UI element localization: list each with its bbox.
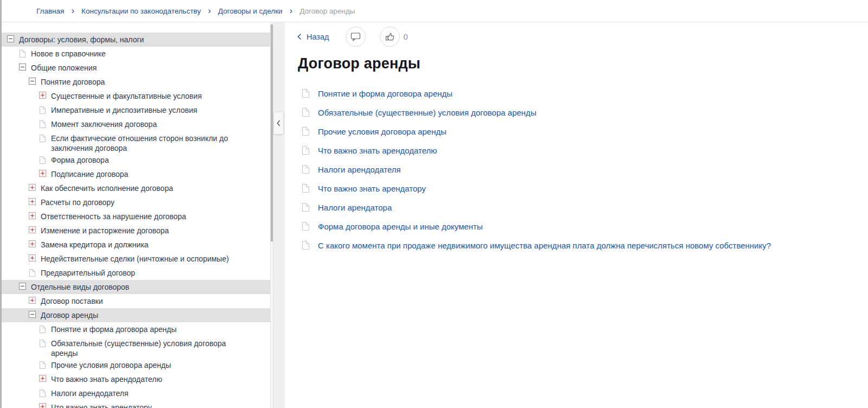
- expand-plus-icon[interactable]: [29, 198, 36, 205]
- tree-item[interactable]: Недействительные сделки (ничтожные и осп…: [2, 252, 270, 266]
- tree-item[interactable]: Понятие договора: [2, 75, 270, 89]
- document-link-item[interactable]: Налоги арендатора: [302, 201, 857, 213]
- expand-plus-icon[interactable]: [29, 297, 36, 304]
- panel-gutter: [273, 22, 285, 408]
- back-button-label: Назад: [307, 33, 329, 41]
- tree-item[interactable]: Договоры: условия, формы, налоги: [2, 33, 270, 47]
- thumb-up-icon: [385, 32, 395, 42]
- document-link-item[interactable]: Форма договора аренды и иные документы: [302, 220, 857, 232]
- expand-plus-icon[interactable]: [39, 375, 46, 382]
- tree-item[interactable]: Налоги арендодателя: [2, 386, 270, 400]
- collapse-minus-icon[interactable]: [19, 63, 26, 71]
- article-toolbar: Назад 0: [297, 27, 408, 47]
- document-link[interactable]: Что важно знать арендатору: [318, 184, 426, 193]
- tree-item[interactable]: Форма договора: [2, 153, 270, 167]
- sidebar-collapse-handle[interactable]: [274, 112, 283, 134]
- tree-item[interactable]: Договор аренды: [2, 308, 270, 322]
- tree-item-label: Понятие договора: [41, 77, 105, 87]
- tree-item[interactable]: Прочие условия договора аренды: [2, 358, 270, 372]
- document-link-item[interactable]: Обязательные (существенные) условия дого…: [302, 106, 857, 118]
- document-icon: [39, 339, 46, 348]
- document-link[interactable]: Налоги арендодателя: [318, 165, 401, 174]
- breadcrumb-link[interactable]: Главная: [36, 7, 64, 15]
- document-link[interactable]: Налоги арендатора: [318, 203, 392, 212]
- document-icon: [39, 134, 46, 143]
- chevron-left-icon: [297, 33, 302, 40]
- tree-item[interactable]: Момент заключения договора: [2, 117, 270, 131]
- tree-item-label: Понятие и форма договора аренды: [51, 324, 177, 334]
- document-icon: [39, 361, 46, 369]
- comment-button[interactable]: [346, 27, 366, 47]
- expand-plus-icon[interactable]: [29, 212, 36, 219]
- tree-item-label: Договор поставки: [41, 296, 103, 306]
- tree-item[interactable]: Как обеспечить исполнение договора: [2, 181, 270, 195]
- document-link-item[interactable]: Что важно знать арендатору: [302, 182, 857, 194]
- tree-item[interactable]: Обязательные (существенные) условия дого…: [2, 336, 270, 358]
- tree-item[interactable]: Отдельные виды договоров: [2, 280, 270, 294]
- tree-item-label: Новое в справочнике: [31, 49, 106, 59]
- expand-plus-icon[interactable]: [29, 184, 36, 191]
- document-link-item[interactable]: Налоги арендодателя: [302, 163, 857, 175]
- expand-plus-icon[interactable]: [39, 92, 46, 99]
- tree-item-label: Расчеты по договору: [41, 197, 114, 207]
- expand-plus-icon[interactable]: [39, 403, 46, 408]
- tree-item[interactable]: Изменение и расторжение договора: [2, 224, 270, 238]
- document-link-item[interactable]: Прочие условия договора аренды: [302, 125, 857, 137]
- collapse-minus-icon[interactable]: [29, 311, 36, 318]
- document-link[interactable]: Понятие и форма договора аренды: [318, 89, 452, 98]
- tree-item[interactable]: Подписание договора: [2, 167, 270, 181]
- expand-plus-icon[interactable]: [29, 254, 36, 262]
- breadcrumb-separator-icon: ›: [71, 6, 74, 15]
- expand-plus-icon[interactable]: [29, 240, 36, 247]
- tree-item-label: Ответственность за нарушение договора: [41, 212, 186, 221]
- document-icon: [302, 126, 310, 136]
- tree-item-label: Если фактические отношения сторон возник…: [51, 133, 252, 153]
- document-link-item[interactable]: Понятие и форма договора аренды: [302, 87, 857, 99]
- document-link[interactable]: Обязательные (существенные) условия дого…: [318, 108, 537, 117]
- tree-item-label: Договор аренды: [41, 310, 98, 320]
- tree-item-label: Что важно знать арендатору: [51, 403, 152, 408]
- document-icon: [39, 389, 46, 398]
- tree-item[interactable]: Договор поставки: [2, 294, 270, 308]
- tree-item-label: Момент заключения договора: [51, 119, 157, 129]
- window-left-edge: [0, 0, 2, 408]
- tree-item[interactable]: Предварительный договор: [2, 266, 270, 280]
- document-icon: [302, 240, 310, 250]
- back-button[interactable]: Назад: [297, 33, 329, 41]
- tree-item-label: Императивные и диспозитивные условия: [51, 105, 197, 115]
- document-link-item[interactable]: С какого момента при продаже недвижимого…: [302, 239, 857, 251]
- expand-plus-icon[interactable]: [29, 226, 36, 233]
- tree-item-label: Изменение и расторжение договора: [41, 226, 169, 235]
- like-button[interactable]: [380, 27, 400, 47]
- breadcrumb-link[interactable]: Договоры и сделки: [218, 7, 283, 15]
- document-icon: [302, 145, 310, 155]
- tree-item[interactable]: Что важно знать арендодателю: [2, 372, 270, 386]
- tree-item[interactable]: Расчеты по договору: [2, 195, 270, 209]
- tree-item[interactable]: Что важно знать арендатору: [2, 400, 270, 408]
- tree-item[interactable]: Новое в справочнике: [2, 47, 270, 61]
- tree-item[interactable]: Замена кредитора и должника: [2, 238, 270, 252]
- collapse-minus-icon[interactable]: [29, 78, 36, 85]
- collapse-minus-icon[interactable]: [19, 283, 26, 290]
- tree-item[interactable]: Ответственность за нарушение договора: [2, 209, 270, 224]
- chevron-left-icon: [277, 120, 280, 126]
- document-link[interactable]: Прочие условия договора аренды: [318, 127, 446, 136]
- tree-item-label: Замена кредитора и должника: [41, 240, 149, 250]
- tree-item[interactable]: Общие положения: [2, 61, 270, 75]
- document-link-item[interactable]: Что важно знать арендодателю: [302, 144, 857, 156]
- tree-item[interactable]: Императивные и диспозитивные условия: [2, 103, 270, 117]
- tree-item-label: Что важно знать арендодателю: [51, 374, 162, 384]
- sidebar-scrollbar-thumb[interactable]: [271, 24, 273, 241]
- breadcrumb-separator-icon: ›: [208, 6, 211, 15]
- expand-plus-icon[interactable]: [39, 170, 46, 177]
- breadcrumb: Главная›Консультации по законодательству…: [0, 0, 868, 22]
- tree-item[interactable]: Если фактические отношения сторон возник…: [2, 131, 270, 153]
- breadcrumb-current: Договор аренды: [299, 7, 355, 15]
- document-link[interactable]: С какого момента при продаже недвижимого…: [318, 241, 771, 250]
- document-link[interactable]: Форма договора аренды и иные документы: [318, 222, 483, 231]
- tree-item[interactable]: Существенные и факультативные условия: [2, 89, 270, 103]
- tree-item[interactable]: Понятие и форма договора аренды: [2, 322, 270, 336]
- document-link[interactable]: Что важно знать арендодателю: [318, 146, 437, 155]
- breadcrumb-link[interactable]: Консультации по законодательству: [81, 7, 201, 15]
- collapse-minus-icon[interactable]: [7, 35, 14, 42]
